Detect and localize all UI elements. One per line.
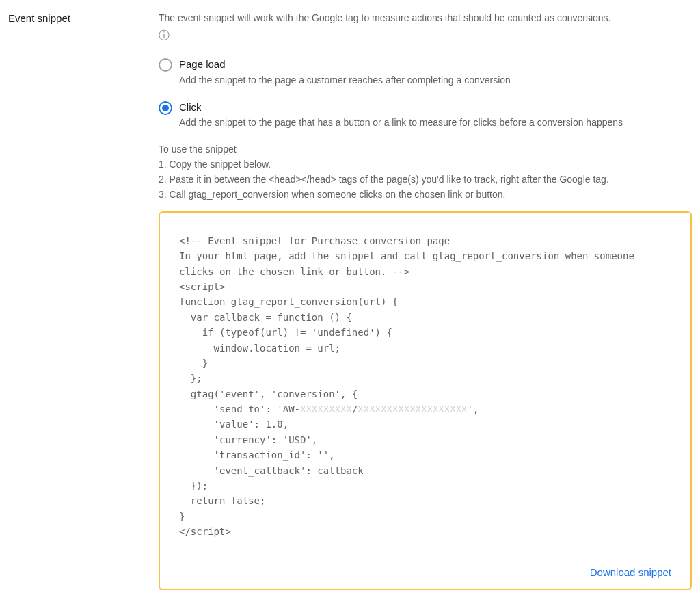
help-icon[interactable]: ⓘ xyxy=(159,27,692,43)
radio-option-page-load[interactable]: Page load Add the snippet to the page a … xyxy=(159,57,692,87)
download-row: Download snippet xyxy=(160,555,690,590)
intro-text: The event snippet will work with the Goo… xyxy=(159,11,692,25)
radio-page-load[interactable] xyxy=(159,58,172,72)
radio-desc-page-load: Add the snippet to the page a customer r… xyxy=(179,73,511,87)
code-snippet[interactable]: <!-- Event snippet for Purchase conversi… xyxy=(160,213,690,555)
step-3: 3. Call gtag_report_conversion when some… xyxy=(159,187,692,201)
radio-option-click[interactable]: Click Add the snippet to the page that h… xyxy=(159,100,692,130)
section-content-column: The event snippet will work with the Goo… xyxy=(159,11,692,590)
redacted-conversion-label: XXXXXXXXXXXXXXXXXXX xyxy=(358,404,467,415)
radio-label-page-load: Page load xyxy=(179,57,511,72)
code-snippet-box: <!-- Event snippet for Purchase conversi… xyxy=(159,211,692,591)
download-snippet-link[interactable]: Download snippet xyxy=(590,566,671,578)
step-2: 2. Paste it in between the <head></head>… xyxy=(159,172,692,186)
section-title-column: Event snippet xyxy=(8,11,159,590)
event-snippet-section: Event snippet The event snippet will wor… xyxy=(8,11,692,590)
step-1: 1. Copy the snippet below. xyxy=(159,157,692,171)
radio-label-click: Click xyxy=(179,100,623,115)
usage-steps: To use the snippet 1. Copy the snippet b… xyxy=(159,142,692,202)
radio-click[interactable] xyxy=(159,101,172,115)
section-title: Event snippet xyxy=(8,11,150,26)
redacted-account-id: XXXXXXXXX xyxy=(300,404,352,415)
steps-heading: To use the snippet xyxy=(159,142,692,156)
radio-desc-click: Add the snippet to the page that has a b… xyxy=(179,116,623,129)
